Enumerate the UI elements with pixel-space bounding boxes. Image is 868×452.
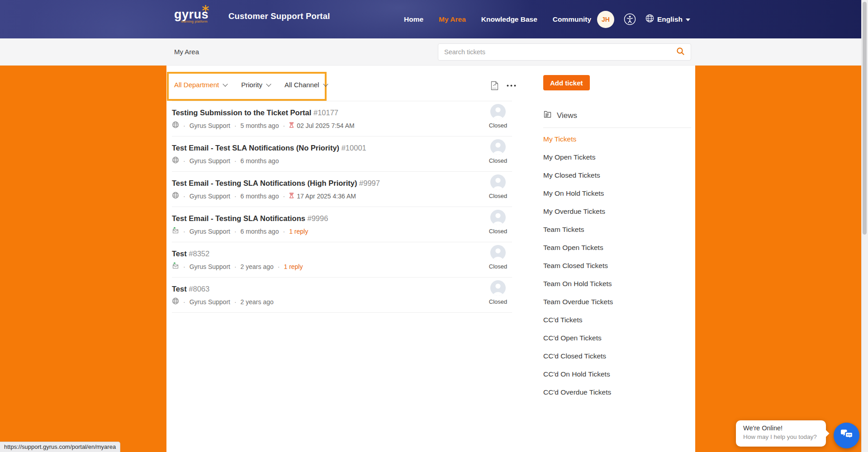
sub-header: My Area [0,38,868,66]
ticket-due-date: 17 Apr 2025 4:36 AM [297,193,356,200]
views-divider [543,127,691,128]
email-channel-icon [172,227,179,235]
user-avatar[interactable]: JH [597,11,614,28]
link-preview-statusbar: https://support.gyrus.com/portal/en/myar… [0,442,120,452]
separator-dot [234,122,237,129]
view-item-team-overdue-tickets[interactable]: Team Overdue Tickets [543,293,613,311]
ticket-row[interactable]: Test Email - Testing SLA Notifications (… [172,172,512,207]
page-scrollbar[interactable] [861,0,868,452]
nav-community[interactable]: Community [553,15,591,24]
ticket-author: Gyrus Support [190,193,230,200]
status-badge: Closed [483,263,513,270]
chat-launcher-button[interactable] [834,423,859,448]
ticket-title[interactable]: Test Email - Testing SLA Notifications (… [172,179,512,188]
ticket-list: Testing Submission to the Ticket Portal … [172,101,512,313]
view-item-my-open-tickets[interactable]: My Open Tickets [543,148,613,166]
view-item-my-overdue-tickets[interactable]: My Overdue Tickets [543,202,613,221]
separator-dot [183,263,185,270]
view-item-ccd-closed-tickets[interactable]: CC'd Closed Tickets [543,347,613,365]
contact-avatar-icon [490,139,506,155]
ticket-meta: Gyrus Support 6 months ago 1 reply [172,227,512,235]
export-icon[interactable] [490,81,499,90]
ticket-row[interactable]: Testing Submission to the Ticket Portal … [172,101,512,137]
department-filter-dropdown[interactable]: All Department [174,81,227,89]
nav-knowledge-base[interactable]: Knowledge Base [481,15,537,24]
language-selector[interactable]: English [645,14,690,24]
ticket-meta: Gyrus Support 2 years ago 1 reply [172,262,512,271]
view-item-ccd-on-hold-tickets[interactable]: CC'd On Hold Tickets [543,365,613,383]
priority-filter-label: Priority [241,81,262,89]
view-item-ccd-tickets[interactable]: CC'd Tickets [543,311,613,329]
ticket-author: Gyrus Support [190,122,230,129]
nav-my-area[interactable]: My Area [439,15,466,24]
view-item-team-tickets[interactable]: Team Tickets [543,221,613,239]
breadcrumb[interactable]: My Area [174,48,199,56]
contact-avatar-icon [490,174,506,190]
channel-filter-dropdown[interactable]: All Channel [285,81,327,89]
views-list: My Tickets My Open Tickets My Closed Tic… [543,130,613,401]
view-item-my-on-hold-tickets[interactable]: My On Hold Tickets [543,184,613,202]
contact-avatar-icon [490,245,506,260]
chat-tooltip: We're Online! How may I help you today? [736,420,826,447]
ticket-id: #10177 [313,108,338,117]
ticket-author: Gyrus Support [190,263,230,270]
ticket-author: Gyrus Support [190,298,230,306]
ticket-age: 6 months ago [241,193,279,200]
contact-avatar-icon [490,104,506,119]
chevron-down-icon [223,81,228,86]
search-input[interactable] [444,48,676,56]
overdue-hourglass-icon [289,193,294,200]
nav-home[interactable]: Home [404,15,423,24]
add-ticket-button[interactable]: Add ticket [543,75,590,90]
status-badge: Closed [483,122,513,129]
view-item-team-open-tickets[interactable]: Team Open Tickets [543,239,613,257]
ticket-status: Closed [483,174,513,199]
ticket-id: #9996 [307,214,328,222]
department-filter-label: All Department [174,81,219,89]
ticket-row[interactable]: Test Email - Testing SLA Notifications #… [172,207,512,242]
separator-dot [283,193,285,200]
ticket-subject: Test Email - Testing SLA Notifications (… [172,179,357,187]
more-options-icon[interactable] [507,85,516,87]
ticket-title[interactable]: Test #8063 [172,285,512,293]
ticket-meta: Gyrus Support 6 months ago [172,156,512,165]
view-item-team-closed-tickets[interactable]: Team Closed Tickets [543,257,613,275]
chat-bubbles-icon [840,428,854,443]
view-item-my-tickets[interactable]: My Tickets [543,130,613,148]
chat-status-text: We're Online! [743,424,819,432]
ticket-author: Gyrus Support [190,228,230,235]
accessibility-icon[interactable] [624,13,636,25]
view-item-my-closed-tickets[interactable]: My Closed Tickets [543,166,613,184]
status-badge: Closed [483,157,513,164]
ticket-meta: Gyrus Support 5 months ago 02 Jul 2025 7… [172,121,512,130]
ticket-row[interactable]: Test #8352 Gyrus Support 2 years ago [172,242,512,278]
status-badge: Closed [483,193,513,199]
separator-dot [234,298,237,306]
view-item-ccd-open-tickets[interactable]: CC'd Open Tickets [543,329,613,347]
scrollbar-thumb[interactable] [863,2,867,235]
ticket-status: Closed [483,245,513,270]
logo-spark-icon [202,5,209,14]
view-item-ccd-overdue-tickets[interactable]: CC'd Overdue Tickets [543,383,613,401]
gyrus-logo[interactable]: gyrus learning platform [174,8,210,23]
search-icon[interactable] [676,47,685,57]
ticket-title[interactable]: Testing Submission to the Ticket Portal … [172,108,512,117]
globe-icon [645,14,654,24]
reply-count-link[interactable]: 1 reply [289,228,308,235]
ticket-title[interactable]: Test Email - Testing SLA Notifications #… [172,214,512,223]
ticket-status: Closed [483,280,513,305]
channel-filter-label: All Channel [285,81,319,89]
ticket-title[interactable]: Test Email - Test SLA Notifications (No … [172,144,512,152]
ticket-subject: Test [172,285,187,293]
status-badge: Closed [483,228,513,235]
ticket-title[interactable]: Test #8352 [172,250,512,258]
reply-count-link[interactable]: 1 reply [284,263,303,270]
chevron-down-icon [266,81,271,86]
customer-support-portal-page: gyrus learning platform Customer Support… [0,0,868,452]
ticket-row[interactable]: Test #8063 Gyrus Support 2 years ago [172,278,512,313]
priority-filter-dropdown[interactable]: Priority [241,81,270,89]
ticket-row[interactable]: Test Email - Test SLA Notifications (No … [172,137,512,172]
separator-dot [283,228,285,235]
view-item-team-on-hold-tickets[interactable]: Team On Hold Tickets [543,275,613,293]
ticket-filters: All Department Priority All Channel [174,81,327,89]
